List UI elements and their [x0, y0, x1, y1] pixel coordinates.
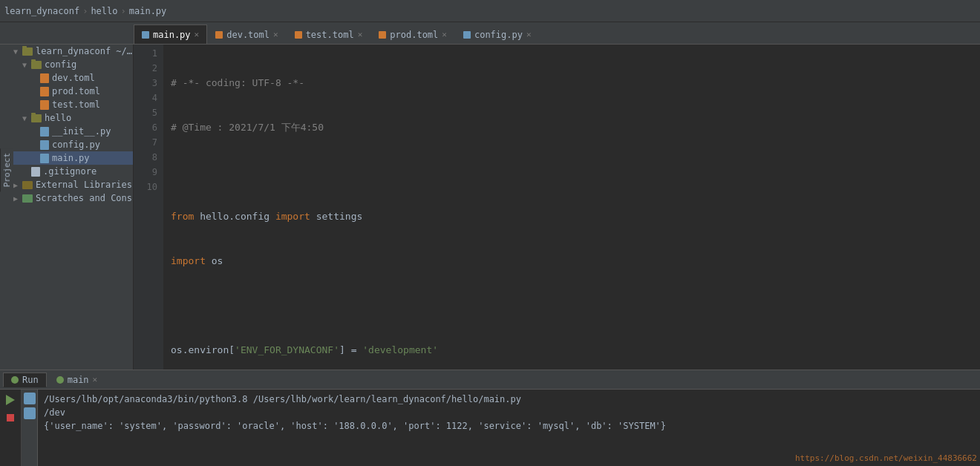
bs-icon-2[interactable] — [24, 407, 36, 419]
tab-prod-toml[interactable]: prod.toml ✕ — [370, 24, 455, 44]
tree-item-prod-toml[interactable]: prod.toml — [10, 85, 133, 98]
tree-item-hello[interactable]: ▼ hello — [10, 111, 133, 125]
code-line-6 — [171, 298, 980, 313]
bottom-tab-run[interactable]: Run — [3, 373, 47, 387]
tree-label-init-py: __init__.py — [52, 126, 111, 137]
tab-close-dev-toml[interactable]: ✕ — [273, 30, 278, 39]
main-area: ▼ learn_dynaconf ~/… ▼ config dev.toml p… — [0, 45, 980, 370]
breadcrumb: learn_dynaconf › hello › main.py — [4, 6, 166, 16]
folder-icon-root — [22, 47, 33, 56]
tree-label-config: config — [45, 59, 76, 70]
terminal-line-3: {'user_name': 'system', 'password': 'ora… — [44, 419, 974, 433]
tab-close-main-py[interactable]: ✕ — [195, 30, 200, 39]
tree-label-test-toml: test.toml — [52, 99, 100, 110]
breadcrumb-sep-0: › — [82, 6, 88, 16]
code-token: hello.config — [194, 209, 275, 224]
run-icon — [11, 376, 19, 384]
bottom-sidebar — [22, 390, 38, 466]
tab-config-py[interactable]: config.py ✕ — [455, 24, 540, 44]
tab-close-config-py[interactable]: ✕ — [526, 30, 532, 39]
tree-arrow-external-libs: ▶ — [13, 181, 22, 189]
tab-test-toml[interactable]: test.toml ✕ — [287, 24, 371, 44]
bs-icon-1[interactable] — [24, 393, 36, 404]
tree-arrow-scratches: ▶ — [13, 194, 22, 203]
code-token: # @Time : 2021/7/1 下午4:50 — [171, 120, 324, 135]
tree-label-main-py: main.py — [52, 153, 90, 163]
tree-label-external-libs: External Libraries — [36, 180, 132, 190]
code-token: import — [275, 209, 310, 224]
tab-icon-main-py — [142, 31, 149, 39]
tree-label-prod-toml: prod.toml — [52, 86, 100, 96]
editor-area: 1 2 3 4 5 6 7 8 9 10 # -*- coding: UTF-8… — [134, 45, 980, 370]
project-panel-label: Project — [0, 148, 13, 191]
bottom-panel: Run main ✕ /Users/lhb/opt/anaconda3/bin/… — [0, 370, 980, 466]
tree-item-gitignore[interactable]: .gitignore — [10, 165, 133, 178]
tree-item-dev-toml[interactable]: dev.toml — [10, 71, 133, 85]
run-button[interactable] — [2, 392, 19, 408]
code-content[interactable]: # -*- coding: UTF-8 -*- # @Time : 2021/7… — [163, 45, 980, 370]
breadcrumb-part-1: hello — [91, 6, 117, 16]
ln-9: 9 — [134, 165, 157, 180]
tab-icon-config-py — [463, 31, 471, 39]
tab-label-dev-toml: dev.toml — [226, 30, 270, 40]
tab-bar: main.py ✕ dev.toml ✕ test.toml ✕ prod.to… — [0, 22, 980, 45]
tab-main-py[interactable]: main.py ✕ — [134, 24, 207, 44]
tree-item-main-py[interactable]: main.py — [10, 151, 133, 165]
code-token: import — [171, 254, 206, 269]
tab-label-prod-toml: prod.toml — [390, 30, 438, 40]
bottom-tab-main[interactable]: main ✕ — [48, 373, 106, 387]
ln-1: 1 — [134, 46, 157, 61]
tree-label-config-py: config.py — [52, 140, 100, 150]
breadcrumb-sep-1: › — [121, 6, 126, 16]
ln-3: 3 — [134, 76, 157, 91]
tree-item-root[interactable]: ▼ learn_dynaconf ~/… — [10, 45, 133, 58]
folder-icon-scratches — [22, 194, 33, 203]
tree-label-hello: hello — [45, 113, 71, 123]
breadcrumb-part-0: learn_dynaconf — [4, 6, 79, 16]
code-token: # -*- coding: UTF-8 -*- — [171, 76, 304, 91]
ln-6: 6 — [134, 120, 157, 135]
watermark: https://blog.csdn.net/weixin_44836662 — [795, 453, 977, 463]
code-line-1: # -*- coding: UTF-8 -*- — [171, 76, 980, 91]
tree-item-init-py[interactable]: __init__.py — [10, 125, 133, 138]
file-icon-gitignore — [31, 167, 40, 177]
code-line-5: import os — [171, 254, 980, 269]
tab-dev-toml[interactable]: dev.toml ✕ — [207, 24, 286, 44]
ln-7: 7 — [134, 135, 157, 150]
bottom-tab-close-main[interactable]: ✕ — [93, 375, 98, 384]
terminal-line-2: /dev — [44, 406, 974, 419]
ln-2: 2 — [134, 61, 157, 76]
file-icon-init-py — [40, 127, 49, 137]
tab-icon-prod-toml — [379, 31, 386, 39]
bottom-tab-label-run: Run — [22, 375, 39, 385]
tree-label-gitignore: .gitignore — [43, 166, 97, 177]
code-token: settings — [310, 209, 362, 224]
tab-label-config-py: config.py — [474, 30, 523, 40]
run-icon-main — [56, 376, 64, 384]
code-token: ] = — [339, 343, 362, 358]
code-token: os.environ[ — [171, 343, 235, 358]
ln-4: 4 — [134, 91, 157, 105]
code-line-7: os.environ[ 'ENV_FOR_DYNACONF' ] = 'deve… — [171, 343, 980, 358]
tree-item-external-libs[interactable]: ▶ External Libraries — [10, 178, 133, 191]
stop-button[interactable] — [2, 410, 19, 426]
code-token: os — [206, 254, 223, 269]
tab-icon-dev-toml — [215, 31, 223, 39]
tree-item-test-toml[interactable]: test.toml — [10, 98, 133, 111]
folder-icon-hello — [31, 114, 42, 122]
stop-icon — [7, 414, 14, 421]
tree-label-scratches: Scratches and Cons — [36, 193, 132, 203]
tab-close-test-toml[interactable]: ✕ — [358, 30, 363, 39]
tree-item-config[interactable]: ▼ config — [10, 58, 133, 71]
file-icon-main-py — [40, 154, 49, 163]
tree-item-scratches[interactable]: ▶ Scratches and Cons — [10, 191, 133, 205]
file-icon-test-toml — [40, 100, 49, 110]
bottom-tab-bar: Run main ✕ — [0, 370, 980, 390]
code-container[interactable]: 1 2 3 4 5 6 7 8 9 10 # -*- coding: UTF-8… — [134, 45, 980, 370]
bottom-tab-label-main: main — [68, 375, 89, 385]
tree-item-config-py[interactable]: config.py — [10, 138, 133, 151]
code-line-3 — [171, 165, 980, 180]
tree-arrow-hello: ▼ — [22, 114, 31, 122]
tab-close-prod-toml[interactable]: ✕ — [442, 30, 447, 39]
ln-10: 10 — [134, 180, 157, 194]
